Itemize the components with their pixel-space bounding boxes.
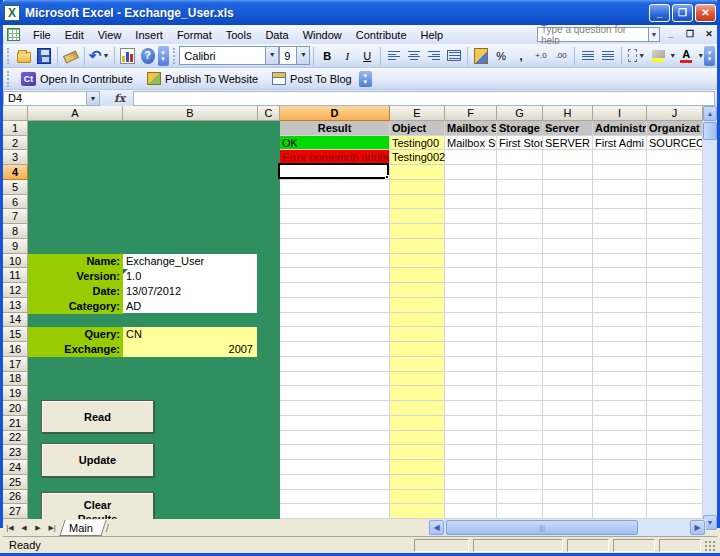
cell-I13[interactable]	[593, 298, 647, 313]
cell-G26[interactable]	[497, 490, 543, 505]
cell-H17[interactable]	[543, 357, 593, 372]
cell-F10[interactable]	[445, 254, 497, 269]
cell-G16[interactable]	[497, 342, 543, 357]
cell-G10[interactable]	[497, 254, 543, 269]
cell-G21[interactable]	[497, 416, 543, 431]
cell-G2[interactable]: First Stora	[497, 136, 543, 151]
row-header-19[interactable]: 19	[3, 386, 28, 401]
bold-button[interactable]: B	[317, 46, 337, 66]
vertical-scroll-thumb[interactable]	[703, 122, 717, 140]
query-value-cell[interactable]: CN	[123, 327, 257, 342]
cell-H16[interactable]	[543, 342, 593, 357]
format-painter-button[interactable]	[61, 46, 81, 66]
cell-H26[interactable]	[543, 490, 593, 505]
toolbar-options-icon[interactable]: ▼▼	[359, 71, 372, 87]
previous-sheet-icon[interactable]: ◀	[17, 521, 31, 535]
align-center-button[interactable]	[404, 46, 424, 66]
fill-color-button[interactable]	[648, 46, 668, 66]
cell-E20[interactable]	[390, 401, 445, 416]
cell-D17[interactable]	[280, 357, 390, 372]
question-dropdown-icon[interactable]: ▼	[649, 27, 660, 42]
fill-color-dropdown-icon[interactable]: ▼	[669, 52, 676, 59]
cell-H20[interactable]	[543, 401, 593, 416]
column-header-I[interactable]: I	[593, 106, 647, 121]
cell-H18[interactable]	[543, 372, 593, 387]
help-button[interactable]: ?	[138, 46, 158, 66]
cell-E17[interactable]	[390, 357, 445, 372]
toolbar-options-icon[interactable]: ▼▼	[704, 46, 715, 66]
cell-H19[interactable]	[543, 386, 593, 401]
cell-E13[interactable]	[390, 298, 445, 313]
cell-E5[interactable]	[390, 180, 445, 195]
cell-F16[interactable]	[445, 342, 497, 357]
cell-G7[interactable]	[497, 209, 543, 224]
cell-F4[interactable]	[445, 165, 497, 180]
insert-function-icon[interactable]: fx	[114, 92, 125, 105]
cell-F9[interactable]	[445, 239, 497, 254]
column-header-C[interactable]: C	[258, 106, 280, 121]
cell-H10[interactable]	[543, 254, 593, 269]
row-header-25[interactable]: 25	[3, 475, 28, 490]
cell-J15[interactable]	[647, 327, 703, 342]
cell-J17[interactable]	[647, 357, 703, 372]
cell-D6[interactable]	[280, 195, 390, 210]
cell-J20[interactable]	[647, 401, 703, 416]
cell-D11[interactable]	[280, 268, 390, 283]
select-all-corner[interactable]	[3, 106, 28, 121]
last-sheet-icon[interactable]: ▶|	[45, 521, 59, 535]
cell-I1[interactable]: Administr	[593, 121, 647, 136]
cell-I4[interactable]	[593, 165, 647, 180]
cell-I10[interactable]	[593, 254, 647, 269]
update-button[interactable]: Update	[41, 443, 154, 477]
cell-G1[interactable]: Storage G	[497, 121, 543, 136]
fill-handle[interactable]	[385, 175, 389, 179]
column-header-A[interactable]: A	[28, 106, 123, 121]
percent-style-button[interactable]: %	[491, 46, 511, 66]
cell-H15[interactable]	[543, 327, 593, 342]
underline-button[interactable]: U	[357, 46, 377, 66]
cell-H2[interactable]: SERVER	[543, 136, 593, 151]
cell-D22[interactable]	[280, 431, 390, 446]
maximize-button[interactable]: ❐	[672, 4, 693, 22]
row-header-8[interactable]: 8	[3, 224, 28, 239]
cell-D23[interactable]	[280, 445, 390, 460]
cell-H24[interactable]	[543, 460, 593, 475]
cell-I25[interactable]	[593, 475, 647, 490]
cell-D21[interactable]	[280, 416, 390, 431]
align-left-button[interactable]	[384, 46, 404, 66]
row-header-21[interactable]: 21	[3, 416, 28, 431]
cell-F24[interactable]	[445, 460, 497, 475]
open-in-contribute-button[interactable]: Ct Open In Contribute	[14, 69, 140, 89]
cell-E22[interactable]	[390, 431, 445, 446]
cell-G5[interactable]	[497, 180, 543, 195]
cell-G9[interactable]	[497, 239, 543, 254]
cell-J5[interactable]	[647, 180, 703, 195]
row-header-11[interactable]: 11	[3, 268, 28, 283]
font-color-dropdown-icon[interactable]: ▼	[697, 52, 704, 59]
post-to-blog-button[interactable]: Post To Blog	[265, 69, 359, 88]
cell-D18[interactable]	[280, 372, 390, 387]
cell-E10[interactable]	[390, 254, 445, 269]
cell-E26[interactable]	[390, 490, 445, 505]
menu-contribute[interactable]: Contribute	[349, 27, 414, 43]
toolbar-grip[interactable]	[7, 71, 10, 87]
cell-I27[interactable]	[593, 504, 647, 519]
cell-H21[interactable]	[543, 416, 593, 431]
doc-minimize-button[interactable]: _	[663, 28, 679, 42]
cell-F27[interactable]	[445, 504, 497, 519]
cell-J10[interactable]	[647, 254, 703, 269]
cell-H25[interactable]	[543, 475, 593, 490]
cell-D20[interactable]	[280, 401, 390, 416]
cell-J4[interactable]	[647, 165, 703, 180]
row-header-18[interactable]: 18	[3, 372, 28, 387]
cell-H4[interactable]	[543, 165, 593, 180]
cell-D2[interactable]: OK	[280, 136, 390, 151]
cell-F13[interactable]	[445, 298, 497, 313]
row-header-16[interactable]: 16	[3, 342, 28, 357]
comma-style-button[interactable]: ,	[511, 46, 531, 66]
cell-H13[interactable]	[543, 298, 593, 313]
cell-J11[interactable]	[647, 268, 703, 283]
cell-H1[interactable]: Server	[543, 121, 593, 136]
menu-tools[interactable]: Tools	[219, 27, 259, 43]
column-header-B[interactable]: B	[123, 106, 258, 121]
